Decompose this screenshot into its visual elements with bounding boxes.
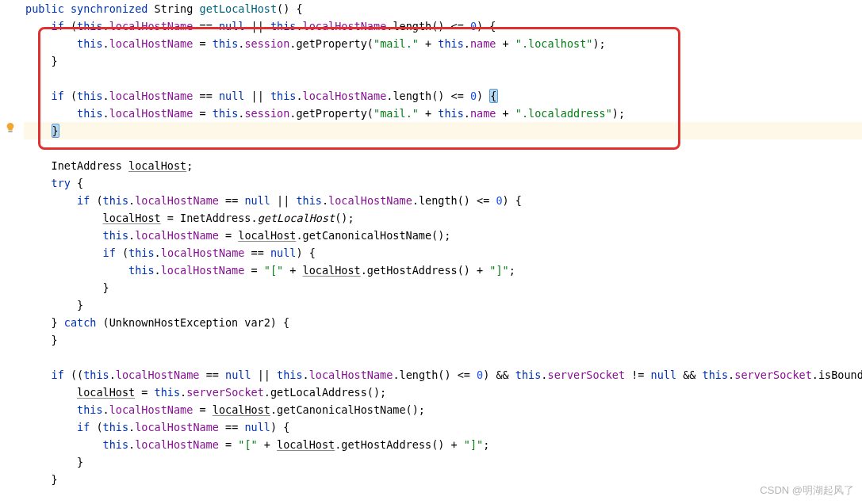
code-line: if ((this.localHostName == null || this.… xyxy=(24,366,862,384)
intention-bulb-icon[interactable] xyxy=(5,122,16,133)
code-line: this.localHostName = "[" + localHost.get… xyxy=(24,262,862,279)
code-line: this.localHostName = "[" + localHost.get… xyxy=(24,436,862,453)
svg-rect-0 xyxy=(8,131,12,132)
code-line xyxy=(24,349,862,366)
code-line: } xyxy=(24,279,862,296)
gutter xyxy=(0,0,22,504)
code-line: } xyxy=(24,331,862,349)
code-line: localHost = InetAddress.getLocalHost(); xyxy=(24,209,862,227)
code-line: } xyxy=(24,471,862,488)
code-line: if (this.localHostName == null || this.l… xyxy=(24,17,862,35)
matched-brace: } xyxy=(52,124,59,138)
code-line: } catch (UnknownHostException var2) { xyxy=(24,314,862,331)
code-line: this.localHostName = this.session.getPro… xyxy=(24,35,862,52)
matched-brace: { xyxy=(489,89,497,103)
code-line: InetAddress localHost; xyxy=(24,157,862,174)
code-line: } xyxy=(24,453,862,471)
code-line: this.localHostName = localHost.getCanoni… xyxy=(24,227,862,244)
code-line: this.localHostName = localHost.getCanoni… xyxy=(24,401,862,418)
code-line: if (this.localHostName == null || this.l… xyxy=(24,87,862,105)
code-line: } xyxy=(24,296,862,314)
code-line: if (this.localHostName == null || this.l… xyxy=(24,192,862,209)
code-line-current: } xyxy=(24,122,862,139)
code-line: localHost = this.serverSocket.getLocalAd… xyxy=(24,384,862,401)
code-line xyxy=(24,139,862,157)
code-line xyxy=(24,70,862,87)
code-line: try { xyxy=(24,174,862,192)
code-line: } xyxy=(24,52,862,70)
code-line: if (this.localHostName == null) { xyxy=(24,244,862,262)
code-line: public synchronized String getLocalHost(… xyxy=(24,0,862,17)
code-line: this.localHostName = this.session.getPro… xyxy=(24,105,862,122)
code-editor[interactable]: public synchronized String getLocalHost(… xyxy=(0,0,862,504)
code-line: if (this.localHostName == null) { xyxy=(24,418,862,436)
